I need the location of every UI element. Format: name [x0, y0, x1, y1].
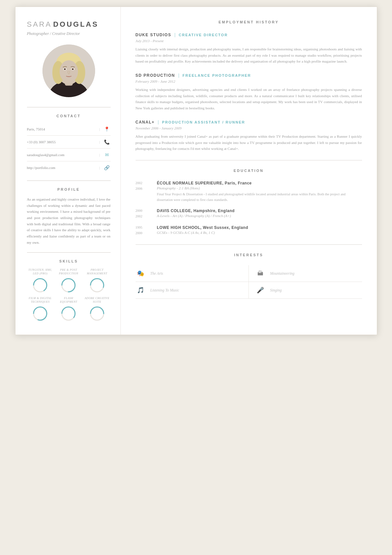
job-dates: February 2009 - June 2012 [136, 79, 362, 83]
job-description: Liaising closely with internal design, p… [136, 46, 362, 65]
left-column: SARA DOUGLAS Photographer / Creative Dir… [15, 7, 121, 335]
interest-label: Mountaineering [270, 271, 295, 275]
skill-label: ADOBE CREATIVE SUITE [84, 296, 110, 304]
job-block: CANAL+ | PRODUCTION ASSISTANT / RUNNER N… [136, 120, 362, 152]
job-block: SD PRODUCTION | FREELANCE PHOTOGRAPHER F… [136, 73, 362, 111]
skill-item: TUNGSTEN, HMI, LED (PRO) [27, 268, 54, 293]
profile-photo [42, 44, 95, 97]
job-title: FREELANCE PHOTOGRAPHER [182, 73, 251, 77]
contact-item: saradouglas4@gmail.com | ✉ [27, 149, 111, 161]
education-item: 2000 2002 DAVIS COLLEGE, Hampshire, Engl… [136, 208, 362, 219]
contact-section-title: CONTACT [27, 114, 111, 118]
profile-text: As an organised and highly creative indi… [27, 196, 111, 246]
skill-circle [89, 306, 105, 321]
job-title: CREATIVE DIRECTOR [179, 33, 228, 37]
resume-wrapper: SARA DOUGLAS Photographer / Creative Dir… [15, 7, 377, 335]
job-header: SD PRODUCTION | FREELANCE PHOTOGRAPHER [136, 73, 362, 78]
edu-year-start: 2002 [136, 181, 150, 186]
interest-item: 🏔 Mountaineering [249, 265, 362, 282]
last-name: DOUGLAS [53, 20, 98, 28]
edu-degree: Photography - 2:1 BA (Hons) [157, 186, 362, 190]
interests-grid: 🎭 The Arts 🏔 Mountaineering 🎵 Listening … [136, 265, 362, 299]
contact-text: Paris, 75014 [27, 127, 96, 131]
skill-item: PROJECT MANAGEMENT [84, 268, 110, 293]
edu-years: 2002 2006 [136, 181, 150, 191]
first-name: SARA [27, 20, 52, 28]
contact-separator: | [99, 166, 100, 170]
job-title: PRODUCTION ASSISTANT / RUNNER [162, 120, 245, 124]
photo-svg [42, 44, 95, 97]
skill-circle [89, 277, 105, 293]
skill-item: ADOBE CREATIVE SUITE [84, 296, 110, 321]
name-block: SARA DOUGLAS [27, 20, 111, 29]
contact-separator: | [99, 127, 100, 131]
divider-interests [136, 244, 362, 245]
skill-item: FLASH EQUIPMENT [55, 296, 82, 321]
interest-icon: 🎵 [136, 285, 145, 295]
photo-container [27, 44, 111, 97]
contact-text: http://portfolio.com [27, 166, 96, 170]
employment-section-title: EMPLOYMENT HISTORY [136, 20, 362, 24]
job-separator: | [158, 120, 159, 125]
edu-content: DAVIS COLLEGE, Hampshire, England A-Leve… [157, 208, 362, 219]
job-header: DUKE STUDIOS | CREATIVE DIRECTOR [136, 32, 362, 38]
job-header: CANAL+ | PRODUCTION ASSISTANT / RUNNER [136, 120, 362, 125]
edu-content: ÉCOLE NORMALE SUPERIEURE, Paris, France … [157, 181, 362, 203]
job-company: DUKE STUDIOS [136, 33, 171, 37]
divider-skills [27, 252, 111, 253]
job-dates: November 2006 - January 2009 [136, 126, 362, 130]
edu-years: 1995 2000 [136, 225, 150, 236]
edu-degree: GCSEs - 9 GCSEs A-C (4 As, 4 Bs, 1 C) [157, 231, 362, 235]
contact-list: Paris, 75014 | 📍 +33 (0) 3007 38055 | 📞 … [27, 123, 111, 174]
edu-institution: ÉCOLE NORMALE SUPERIEURE, Paris, France [157, 181, 362, 185]
job-description: Working with independent designers, adve… [136, 87, 362, 111]
job-separator: | [178, 73, 179, 78]
svg-point-8 [60, 60, 78, 83]
interest-item: 🎤 Singing [249, 282, 362, 299]
job-block: DUKE STUDIOS | CREATIVE DIRECTOR July 20… [136, 32, 362, 65]
contact-item: http://portfolio.com | 🔗 [27, 161, 111, 174]
interests-section-title: INTERESTS [136, 253, 362, 257]
interest-icon: 🏔 [255, 268, 265, 278]
skill-label: PRE & POST PRODUCTION [55, 268, 82, 275]
contact-item: +33 (0) 3007 38055 | 📞 [27, 136, 111, 149]
contact-icon: 📍 [103, 125, 111, 133]
contact-text: +33 (0) 3007 38055 [27, 140, 96, 144]
job-description: After graduating from university I joine… [136, 133, 362, 152]
skill-label: FILM & DIGITAL TECHNIQUES [27, 296, 54, 304]
interest-icon: 🎭 [136, 268, 145, 278]
skill-label: FLASH EQUIPMENT [55, 296, 82, 304]
education-item: 1995 2000 LOWE HIGH SCHOOL, West Sussex,… [136, 225, 362, 236]
interest-item: 🎭 The Arts [136, 265, 249, 282]
skill-circle [32, 277, 48, 293]
right-column: EMPLOYMENT HISTORY DUKE STUDIOS | CREATI… [121, 7, 377, 335]
skill-item: FILM & DIGITAL TECHNIQUES [27, 296, 54, 321]
contact-text: saradouglas4@gmail.com [27, 153, 96, 157]
edu-degree: A-Levels - Art (A) / Photography (A) / F… [157, 214, 362, 218]
skill-circle [61, 306, 76, 321]
job-company: CANAL+ [136, 120, 155, 125]
job-separator: | [174, 32, 175, 38]
edu-year-end: 2002 [136, 214, 150, 219]
interest-icon: 🎤 [255, 285, 265, 295]
edu-institution: LOWE HIGH SCHOOL, West Sussex, England [157, 225, 362, 230]
edu-year-end: 2000 [136, 231, 150, 236]
divider-profile [27, 180, 111, 181]
skill-circle [32, 306, 48, 321]
edu-year-start: 1995 [136, 225, 150, 230]
edu-institution: DAVIS COLLEGE, Hampshire, England [157, 208, 362, 213]
edu-year-end: 2006 [136, 186, 150, 191]
contact-separator: | [99, 153, 100, 157]
profile-section-title: PROFILE [27, 187, 111, 191]
edu-year-start: 2000 [136, 208, 150, 213]
contact-separator: | [99, 140, 100, 144]
job-dates: July 2013 - Present [136, 39, 362, 43]
job-company: SD PRODUCTION [136, 73, 175, 78]
svg-point-12 [72, 69, 74, 70]
contact-icon: ✉ [103, 151, 111, 158]
skill-item: PRE & POST PRODUCTION [55, 268, 82, 293]
interest-label: Listening To Music [150, 288, 179, 292]
contact-icon: 📞 [103, 138, 111, 146]
edu-years: 2000 2002 [136, 208, 150, 219]
divider-education [136, 160, 362, 160]
